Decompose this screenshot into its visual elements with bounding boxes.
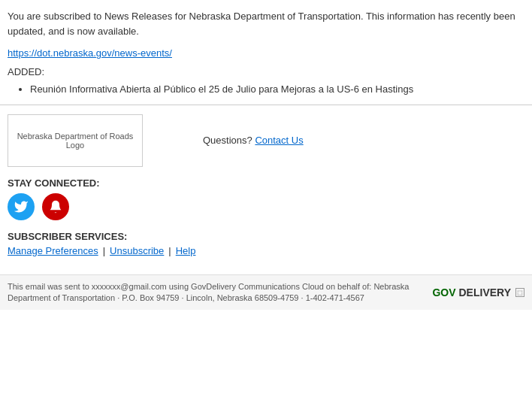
notify-icon[interactable] [42,193,69,220]
twitter-icon[interactable] [8,193,35,220]
stay-connected: STAY CONNECTED: [8,177,524,220]
news-list: Reunión Informativa Abierta al Público e… [30,82,524,97]
govdelivery-gov: GOV [432,286,455,298]
help-link[interactable]: Help [176,245,196,256]
added-label: ADDED: [8,66,524,77]
manage-preferences-link[interactable]: Manage Preferences [8,245,98,256]
contact-us-link[interactable]: Contact Us [255,135,303,146]
questions-area: Questions? Contact Us [203,135,304,146]
govdelivery-delivery: DELIVERY [459,286,512,298]
questions-text: Questions? [203,135,252,146]
footer-top: Nebraska Department of Roads Logo Questi… [8,114,524,167]
bottom-text: This email was sent to xxxxxxx@gmail.com… [8,281,413,305]
separator-2: | [168,245,171,256]
news-link[interactable]: https://dot.nebraska.gov/news-events/ [8,47,172,59]
govdelivery-logo: GOVDELIVERY ⬚ [432,286,524,298]
separator-1: | [103,245,105,256]
stay-connected-label: STAY CONNECTED: [8,177,524,189]
main-content: You are subscribed to News Releases for … [0,0,532,105]
subscriber-links: Manage Preferences | Unsubscribe | Help [8,245,524,256]
org-logo: Nebraska Department of Roads Logo [8,114,143,167]
news-item: Reunión Informativa Abierta al Público e… [30,82,524,97]
subscriber-label: SUBSCRIBER SERVICES: [8,231,524,242]
unsubscribe-link[interactable]: Unsubscribe [110,245,164,256]
footer-section: Nebraska Department of Roads Logo Questi… [0,105,532,274]
external-icon: ⬚ [515,288,524,297]
intro-text: You are subscribed to News Releases for … [8,9,524,38]
social-icons [8,193,524,220]
subscriber-services: SUBSCRIBER SERVICES: Manage Preferences … [8,231,524,256]
bottom-bar: This email was sent to xxxxxxx@gmail.com… [0,274,532,311]
